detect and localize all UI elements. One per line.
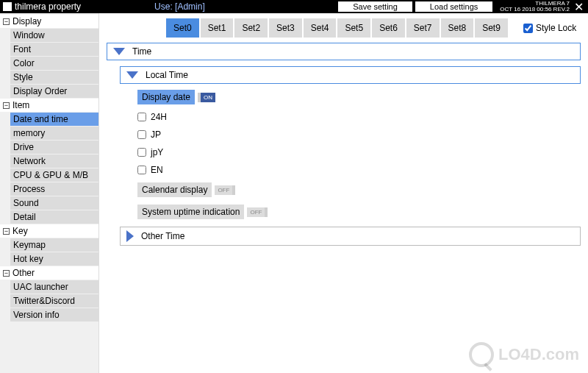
collapse-icon[interactable]: − [3,18,10,25]
tab-set5[interactable]: Set5 [337,18,371,38]
sidebar: −DisplayWindowFontColorStyleDisplay Orde… [0,13,99,373]
jp-checkbox-row[interactable]: JP [137,129,581,140]
tab-set4[interactable]: Set4 [303,18,337,38]
24h-label: 24H [151,112,167,122]
toggle-off-icon[interactable]: OFF [215,185,235,195]
local-time-section-header[interactable]: Local Time [120,66,581,84]
sidebar-item-twitter-discord[interactable]: Twitter&Discord [10,294,98,308]
sidebar-item-detail[interactable]: Detail [10,210,98,224]
chevron-down-icon [126,71,138,79]
save-setting-button[interactable]: Save setting [338,1,412,12]
calendar-display-row[interactable]: Calendar display OFF [137,182,581,197]
jp-checkbox[interactable] [137,130,146,139]
collapse-icon[interactable]: − [3,270,10,277]
sidebar-item-color[interactable]: Color [10,57,98,70]
tab-set0[interactable]: Set0 [165,18,200,38]
tab-set2[interactable]: Set2 [234,18,268,38]
tab-set3[interactable]: Set3 [268,18,303,38]
tab-set8[interactable]: Set8 [440,18,475,38]
sidebar-item-process[interactable]: Process [10,182,98,196]
en-checkbox[interactable] [137,166,146,174]
sidebar-item-date-and-time[interactable]: Date and time [10,113,98,126]
sidebar-group-key[interactable]: −Key [0,224,98,238]
other-time-label: Other Time [141,231,184,241]
collapse-icon[interactable]: − [3,102,10,109]
load-settings-button[interactable]: Load settings [415,1,492,12]
style-lock-label: Style Lock [536,23,576,33]
sidebar-item-version-info[interactable]: Version info [10,308,98,322]
sidebar-item-display-order[interactable]: Display Order [10,85,98,98]
en-label: EN [151,165,163,175]
sidebar-item-window[interactable]: Window [10,29,98,42]
24h-checkbox[interactable] [137,113,146,121]
calendar-display-label: Calendar display [137,182,212,197]
sidebar-group-display[interactable]: −Display [0,15,98,28]
sidebar-group-other[interactable]: −Other [0,266,98,280]
sidebar-item-hot-key[interactable]: Hot key [10,252,98,266]
sidebar-group-label: Item [12,100,29,110]
collapse-icon[interactable]: − [3,228,10,235]
build-meta: THILMERA 7 OCT 16 2018 00:56 REV.2 [500,1,570,13]
close-icon[interactable]: ✕ [573,0,585,14]
display-date-label: Display date [137,90,195,104]
style-lock-checkbox[interactable]: Style Lock [523,23,576,33]
jp-label: JP [151,129,161,140]
sidebar-group-label: Key [12,226,28,236]
sidebar-item-network[interactable]: Network [10,154,98,168]
display-date-row[interactable]: Display date ON [137,90,581,104]
tab-set9[interactable]: Set9 [474,18,509,38]
jpy-checkbox-row[interactable]: jpY [137,147,581,157]
sidebar-item-memory[interactable]: memory [10,127,98,140]
sidebar-item-font[interactable]: Font [10,43,98,56]
time-section-header[interactable]: Time [107,43,581,60]
system-uptime-label: System uptime indication [137,205,244,219]
sidebar-item-sound[interactable]: Sound [10,196,98,210]
sidebar-item-cpu-gpu-m-b[interactable]: CPU & GPU & M/B [10,168,98,182]
sidebar-item-keymap[interactable]: Keymap [10,238,98,252]
24h-checkbox-row[interactable]: 24H [137,112,581,122]
chevron-down-icon [113,48,125,55]
app-icon [3,2,12,11]
sidebar-group-label: Other [12,268,35,278]
sidebar-item-style[interactable]: Style [10,71,98,84]
tab-set7[interactable]: Set7 [406,18,440,38]
en-checkbox-row[interactable]: EN [137,165,581,175]
sidebar-item-uac-launcher[interactable]: UAC launcher [10,280,98,294]
other-time-section-header[interactable]: Other Time [120,227,581,246]
sidebar-group-item[interactable]: −Item [0,99,98,112]
jpy-checkbox[interactable] [137,148,146,157]
sidebar-group-label: Display [12,16,41,26]
style-lock-input[interactable] [523,24,533,33]
sidebar-item-drive[interactable]: Drive [10,141,98,154]
local-time-label: Local Time [146,70,188,80]
tab-set6[interactable]: Set6 [371,18,406,38]
chevron-right-icon [126,230,134,242]
jpy-label: jpY [151,147,163,157]
toggle-off-icon[interactable]: OFF [247,207,268,217]
window-title: thilmera property [15,1,81,12]
user-label: Use: [Admin] [154,1,205,12]
system-uptime-row[interactable]: System uptime indication OFF [137,205,581,219]
time-label: Time [132,46,151,57]
toggle-on-icon[interactable]: ON [198,93,215,102]
tab-set1[interactable]: Set1 [200,18,234,38]
